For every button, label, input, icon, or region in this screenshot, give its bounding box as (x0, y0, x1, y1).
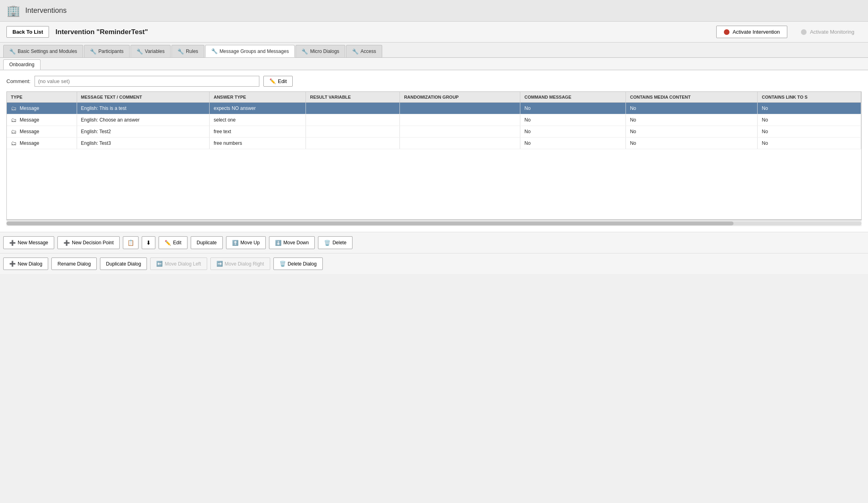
app-title: Interventions (25, 6, 67, 15)
col-type: TYPE (7, 92, 77, 103)
comment-row: Comment: ✏️ Edit (6, 76, 862, 87)
move-up-button[interactable]: ⬆️ Move Up (226, 236, 266, 249)
main-tabs: 🔧 Basic Settings and Modules 🔧 Participa… (0, 43, 868, 58)
duplicate-dialog-button[interactable]: Duplicate Dialog (100, 258, 147, 270)
activate-monitoring-button[interactable]: Activate Monitoring (794, 26, 862, 38)
tab-icon-basic: 🔧 (9, 49, 16, 55)
new-dialog-icon: ➕ (9, 261, 16, 267)
active-status-dot (724, 29, 729, 35)
move-dialog-right-label: Move Dialog Right (225, 261, 264, 267)
cell-random-2 (400, 126, 520, 138)
cell-random-3 (400, 138, 520, 149)
row-type-icon-1: 🗂 (11, 117, 16, 123)
move-up-icon: ⬆️ (232, 240, 238, 246)
horizontal-scrollbar[interactable] (6, 220, 862, 226)
move-up-label: Move Up (240, 240, 260, 245)
cell-link-0: No (758, 103, 861, 114)
cell-result-0 (306, 103, 400, 114)
move-left-icon: ⬅️ (156, 261, 163, 267)
tab-label-messages: Message Groups and Messages (220, 49, 289, 54)
tab-label-access: Access (361, 49, 376, 54)
move-dialog-left-label: Move Dialog Left (165, 261, 201, 267)
comment-label: Comment: (6, 78, 31, 84)
sub-tab-onboarding[interactable]: Onboarding (3, 59, 41, 70)
activate-intervention-label: Activate Intervention (733, 29, 780, 35)
move-dialog-right-button[interactable]: ➡️ Move Dialog Right (210, 258, 270, 270)
delete-dialog-label: Delete Dialog (288, 261, 317, 267)
table-row[interactable]: 🗂MessageEnglish: Choose an answerselect … (7, 114, 861, 126)
tab-label-rules: Rules (186, 49, 198, 54)
cell-result-3 (306, 138, 400, 149)
new-message-label: New Message (18, 240, 48, 245)
copy-icon: 📋 (127, 239, 134, 246)
col-command-message: COMMAND MESSAGE (520, 92, 626, 103)
new-decision-icon: ➕ (63, 240, 70, 246)
delete-icon: 🗑️ (324, 240, 330, 246)
comment-input[interactable] (35, 76, 259, 87)
tab-icon-access: 🔧 (352, 49, 359, 55)
tab-participants[interactable]: 🔧 Participants (84, 45, 130, 57)
col-answer-type: ANSWER TYPE (210, 92, 306, 103)
move-down-button[interactable]: ⬇️ Move Down (269, 236, 315, 249)
cell-answer-0: expects NO answer (210, 103, 306, 114)
tab-microdialogs[interactable]: 🔧 Micro Dialogs (295, 45, 345, 57)
delete-button[interactable]: 🗑️ Delete (318, 236, 352, 249)
tab-rules[interactable]: 🔧 Rules (171, 45, 204, 57)
new-message-icon: ➕ (9, 240, 16, 246)
download-button[interactable]: ⬇ (142, 236, 155, 249)
cell-answer-2: free text (210, 126, 306, 138)
edit-label: Edit (173, 240, 181, 245)
duplicate-button[interactable]: Duplicate (191, 236, 223, 249)
copy-button[interactable]: 📋 (123, 236, 139, 249)
new-message-button[interactable]: ➕ New Message (3, 236, 54, 249)
back-to-list-button[interactable]: Back To List (6, 26, 49, 38)
cell-message-1: English: Choose an answer (77, 114, 210, 126)
edit-comment-button[interactable]: ✏️ Edit (263, 76, 293, 87)
bottom-message-toolbar: ➕ New Message ➕ New Decision Point 📋 ⬇ ✏… (0, 232, 868, 253)
col-randomization-group: RANDOMIZATION GROUP (400, 92, 520, 103)
cell-link-3: No (758, 138, 861, 149)
cell-media-2: No (626, 126, 758, 138)
cell-answer-3: free numbers (210, 138, 306, 149)
sub-tabs: Onboarding (0, 58, 868, 70)
row-type-icon-3: 🗂 (11, 140, 16, 146)
delete-dialog-icon: 🗑️ (279, 261, 286, 267)
monitoring-status-dot (801, 29, 807, 35)
tab-access[interactable]: 🔧 Access (346, 45, 382, 57)
tab-label-microdialogs: Micro Dialogs (310, 49, 339, 54)
col-contains-media: CONTAINS MEDIA CONTENT (626, 92, 758, 103)
activate-intervention-button[interactable]: Activate Intervention (716, 26, 788, 38)
new-decision-point-button[interactable]: ➕ New Decision Point (57, 236, 120, 249)
scrollbar-thumb[interactable] (6, 221, 734, 225)
cell-message-3: English: Test3 (77, 138, 210, 149)
tab-icon-participants: 🔧 (90, 49, 96, 55)
move-dialog-left-button[interactable]: ⬅️ Move Dialog Left (150, 258, 207, 270)
rename-dialog-button[interactable]: Rename Dialog (51, 258, 97, 270)
message-table: TYPE MESSAGE TEXT / COMMENT ANSWER TYPE … (7, 92, 861, 149)
cell-type-1: 🗂Message (7, 114, 77, 126)
cell-link-1: No (758, 114, 861, 126)
tab-icon-microdialogs: 🔧 (302, 49, 308, 55)
delete-dialog-button[interactable]: 🗑️ Delete Dialog (273, 258, 323, 270)
table-row[interactable]: 🗂MessageEnglish: This is a testexpects N… (7, 103, 861, 114)
app-header: 🏢 Interventions (0, 0, 868, 22)
tab-variables[interactable]: 🔧 Variables (130, 45, 171, 57)
cell-command-0: No (520, 103, 626, 114)
table-row[interactable]: 🗂MessageEnglish: Test3free numbersNoNoNo (7, 138, 861, 149)
main-toolbar: Back To List Intervention "ReminderTest"… (0, 22, 868, 43)
tab-label-participants: Participants (98, 49, 124, 54)
edit-icon: ✏️ (165, 240, 171, 246)
new-dialog-button[interactable]: ➕ New Dialog (3, 258, 48, 270)
tab-basic[interactable]: 🔧 Basic Settings and Modules (3, 45, 83, 57)
scrollbar-track (6, 221, 862, 225)
cell-type-2: 🗂Message (7, 126, 77, 138)
tab-label-basic: Basic Settings and Modules (18, 49, 77, 54)
rename-dialog-label: Rename Dialog (57, 261, 91, 267)
row-type-icon-0: 🗂 (11, 105, 16, 112)
table-row[interactable]: 🗂MessageEnglish: Test2free textNoNoNo (7, 126, 861, 138)
cell-command-3: No (520, 138, 626, 149)
download-icon: ⬇ (146, 239, 151, 246)
tab-messages[interactable]: 🔧 Message Groups and Messages (205, 45, 295, 57)
edit-button[interactable]: ✏️ Edit (159, 236, 187, 249)
cell-command-2: No (520, 126, 626, 138)
